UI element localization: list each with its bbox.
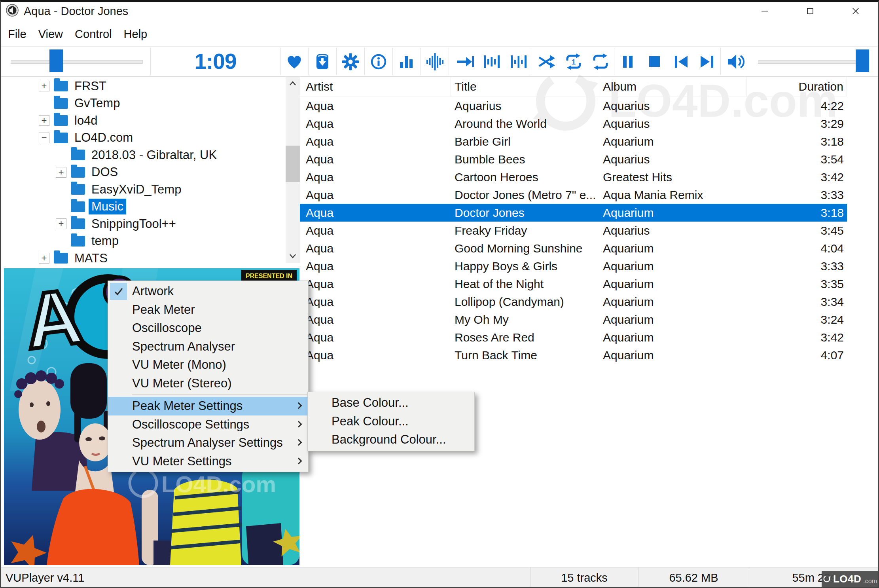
submenu-item[interactable]: Base Colour... (308, 394, 474, 412)
loudness-normalise-button[interactable] (482, 52, 501, 71)
maximize-button[interactable] (787, 1, 833, 21)
tree-item[interactable]: temp (0, 233, 284, 250)
tree-expander-icon[interactable]: + (39, 81, 49, 91)
context-menu-item[interactable]: Spectrum Analyser Settings (108, 434, 308, 452)
next-track-button[interactable] (697, 52, 716, 71)
track-artist: Aqua (300, 275, 451, 293)
tree-item[interactable]: + DOS (0, 164, 284, 181)
toolbar-separator (720, 48, 721, 75)
tree-item-label: GvTemp (72, 95, 123, 111)
scroll-up-button[interactable] (286, 77, 300, 91)
stop-button[interactable] (645, 52, 664, 71)
heart-icon (285, 52, 304, 71)
menu-bar-item[interactable]: Control (69, 28, 118, 41)
submenu-item[interactable]: Background Colour... (308, 431, 474, 449)
favourite-button[interactable] (285, 52, 304, 71)
oscilloscope-button[interactable] (425, 52, 444, 71)
tree-item[interactable]: + lo4d (0, 112, 284, 129)
tree-item[interactable]: EasyXviD_Temp (0, 181, 284, 198)
tree-expander-icon[interactable]: − (39, 133, 49, 143)
tree-item-label: Music (89, 199, 126, 214)
track-album: Aquarius (599, 97, 746, 115)
context-menu-item[interactable]: VU Meter (Stereo) (108, 374, 308, 393)
playlist-row[interactable]: Aqua Roses Are Red Aquarium 3:42 (300, 328, 847, 346)
menu-bar-item[interactable]: View (32, 28, 69, 41)
playlist-row[interactable]: Aqua Turn Back Time Aquarium 4:07 (300, 346, 847, 364)
playlist-row[interactable]: Aqua Happy Boys & Girls Aquarium 3:33 (300, 257, 847, 275)
pause-button[interactable] (618, 52, 637, 71)
track-information-button[interactable] (369, 52, 388, 71)
tree-expander-icon[interactable]: + (56, 218, 66, 229)
spectrum-analyser-button[interactable] (397, 52, 416, 71)
menu-bar-item[interactable]: File (2, 28, 32, 41)
context-menu-item[interactable]: Oscilloscope Settings (108, 415, 308, 434)
playlist-row[interactable]: Aqua Doctor Jones Aquarium 3:18 (300, 204, 847, 222)
column-header-title[interactable]: Title (451, 77, 599, 97)
settings-button[interactable] (341, 52, 360, 71)
track-artist: Aqua (300, 186, 451, 204)
context-menu-item[interactable]: Oscilloscope (108, 319, 308, 338)
playlist-row[interactable]: Aqua Doctor Jones (Metro 7" e... Aqua Ma… (300, 186, 847, 204)
tree-item[interactable]: Music (0, 198, 284, 216)
context-menu-item[interactable]: VU Meter (Mono) (108, 356, 308, 374)
repeat-track-button[interactable]: 1 (564, 52, 583, 71)
position-slider-track[interactable] (11, 60, 143, 64)
playlist-row[interactable]: Aqua Bumble Bees Aquarius 3:54 (300, 150, 847, 168)
minimize-button[interactable] (742, 1, 787, 21)
context-menu-item[interactable]: Peak Meter (108, 301, 308, 319)
tree-item-label: SnippingTool++ (89, 216, 179, 232)
playlist-row[interactable]: Aqua Good Morning Sunshine Aquarium 4:04 (300, 239, 847, 257)
toolbar-separator (336, 48, 337, 75)
scroll-down-button[interactable] (286, 248, 300, 263)
folder-icon (71, 167, 85, 178)
shuffle-icon (537, 52, 556, 71)
loudness-peaks-button[interactable] (509, 52, 528, 71)
track-artist: Aqua (300, 115, 451, 133)
volume-button[interactable] (726, 52, 746, 71)
tree-scrollbar[interactable] (286, 77, 300, 263)
previous-track-button[interactable] (672, 52, 691, 71)
toolbar-separator (421, 48, 421, 75)
context-menu-item[interactable]: Peak Meter Settings (108, 397, 308, 415)
extract-tracks-button[interactable] (313, 52, 332, 71)
playlist-row[interactable]: Aqua My Oh My Aquarium 3:24 (300, 311, 847, 328)
context-menu-item[interactable]: VU Meter Settings (108, 452, 308, 471)
tree-item[interactable]: GvTemp (0, 95, 284, 112)
menu-bar-item[interactable]: Help (118, 28, 153, 41)
playlist-header: Artist Title Album Duration (300, 77, 847, 97)
submenu-item[interactable]: Peak Colour... (308, 412, 474, 431)
context-menu-item[interactable]: Spectrum Analyser (108, 338, 308, 356)
context-menu-item[interactable] (132, 394, 307, 395)
context-menu-item[interactable]: Artwork (108, 282, 308, 301)
position-slider-thumb[interactable] (49, 49, 63, 72)
playlist-row[interactable]: Aqua Cartoon Heroes Greatest Hits 3:42 (300, 168, 847, 186)
tree-item[interactable]: + MATS (0, 250, 284, 267)
toolbar-separator (614, 48, 614, 75)
column-header-duration[interactable]: Duration (746, 77, 847, 97)
tree-expander-icon[interactable]: + (39, 115, 49, 126)
shuffle-button[interactable] (537, 52, 556, 71)
playlist-row[interactable]: Aqua Barbie Girl Aquarium 3:18 (300, 133, 847, 150)
column-header-album[interactable]: Album (599, 77, 746, 97)
tree-expander-icon[interactable]: + (56, 167, 66, 178)
close-button[interactable] (833, 1, 878, 21)
bracket-wave-icon (482, 52, 501, 71)
tree-item[interactable]: − LO4D.com (0, 129, 284, 147)
volume-slider-track[interactable] (758, 60, 869, 64)
playlist-row[interactable]: Aqua Lollipop (Candyman) Aquarium 3:34 (300, 293, 847, 311)
column-header-artist[interactable]: Artist (300, 77, 451, 97)
volume-slider-thumb[interactable] (856, 49, 869, 72)
playlist-row[interactable]: Aqua Around the World Aquarius 3:29 (300, 115, 847, 133)
scrollbar-thumb[interactable] (286, 146, 300, 182)
playlist-row[interactable]: Aqua Aquarius Aquarius 4:22 (300, 97, 847, 115)
skip-to-track-end-button[interactable] (456, 52, 475, 71)
repeat-all-button[interactable] (591, 52, 610, 71)
status-track-count: 15 tracks (530, 567, 638, 588)
tree-item[interactable]: + FRST (0, 78, 284, 95)
playlist-row[interactable]: Aqua Heat of the Night Aquarium 3:35 (300, 275, 847, 293)
playlist-row[interactable]: Aqua Freaky Friday Aquarius 3:45 (300, 222, 847, 239)
track-album: Aquarium (599, 293, 746, 311)
tree-item[interactable]: + SnippingTool++ (0, 215, 284, 233)
tree-item[interactable]: 2018.03 - Gibraltar, UK (0, 146, 284, 164)
tree-expander-icon[interactable]: + (39, 253, 49, 264)
